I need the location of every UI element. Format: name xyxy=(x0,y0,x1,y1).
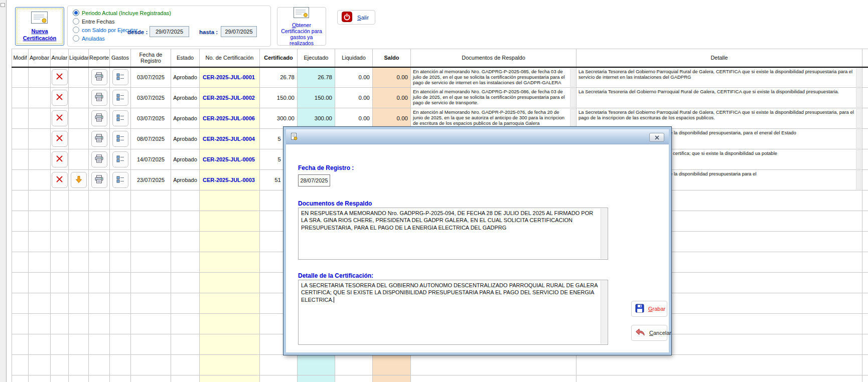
empty-cell xyxy=(51,355,69,375)
empty-cell xyxy=(29,252,51,273)
dialog-titlebar[interactable] xyxy=(286,129,669,144)
liquidar-cell xyxy=(69,108,89,129)
radio-entre-fechas[interactable]: Entre Fechas xyxy=(73,18,114,25)
empty-cell xyxy=(12,232,29,252)
empty-cell xyxy=(576,355,862,375)
hasta-date-input[interactable]: 29/07/2025 xyxy=(221,26,257,37)
cell-scrollbar[interactable] xyxy=(856,170,861,189)
edge-cell xyxy=(862,88,868,108)
reporte-printer-button[interactable] xyxy=(91,131,107,147)
empty-cell xyxy=(862,314,868,334)
column-header: Modif xyxy=(12,49,29,67)
cell-scrollbar[interactable] xyxy=(856,150,861,169)
obtener-certificacion-button[interactable]: Obtener Certificación para gastos ya rea… xyxy=(277,7,326,46)
cell-scrollbar[interactable] xyxy=(856,109,861,128)
fecha-registro-label: Fecha de Registro : xyxy=(298,164,354,171)
empty-cell xyxy=(89,293,110,314)
cell-scrollbar[interactable] xyxy=(570,68,575,87)
cancelar-button[interactable]: Cancelar xyxy=(631,325,667,341)
salir-button[interactable]: Salir xyxy=(337,10,375,25)
panel-splitter-handle[interactable] xyxy=(1,3,5,7)
certificacion-number-link[interactable]: CER-2025-JUL-0004 xyxy=(200,129,260,149)
fecha-registro-input[interactable]: 28/07/2025 xyxy=(298,174,330,186)
cell-scrollbar[interactable] xyxy=(856,129,861,148)
modif-cell xyxy=(12,88,29,108)
anular-cross-button[interactable] xyxy=(52,172,68,188)
empty-cell xyxy=(110,293,131,314)
cell-scrollbar[interactable] xyxy=(856,68,861,87)
grabar-button[interactable]: Grabar xyxy=(631,301,667,317)
empty-cell xyxy=(131,355,171,375)
empty-cell xyxy=(51,190,69,211)
certificacion-number-link[interactable]: CER-2025-JUL-0006 xyxy=(200,108,260,129)
certificacion-number-link[interactable]: CER-2025-JUL-0002 xyxy=(200,88,260,108)
empty-cell xyxy=(131,211,171,232)
anular-cross-button[interactable] xyxy=(52,69,68,85)
gastos-detail-button[interactable] xyxy=(112,172,128,188)
empty-cell xyxy=(171,355,200,375)
gastos-detail-button[interactable] xyxy=(112,151,128,167)
cell-scrollbar[interactable] xyxy=(570,88,575,107)
reporte-cell xyxy=(89,108,110,129)
radio-label: Entre Fechas xyxy=(82,19,114,25)
detalle-certificacion-textarea[interactable]: LA SECRETARIA TESORERA DEL GOBIERNO AUTO… xyxy=(298,280,608,345)
empty-cell xyxy=(200,293,260,314)
gastos-detail-icon xyxy=(116,114,124,123)
empty-cell xyxy=(200,314,260,334)
empty-cell xyxy=(12,293,29,314)
empty-cell xyxy=(260,355,298,375)
certificacion-number-link[interactable]: CER-2025-JUL-0003 xyxy=(200,170,260,190)
empty-cell xyxy=(200,375,260,382)
detalle-cell: La Secretaria Tesoreria del Gobierno Par… xyxy=(576,88,862,108)
certificate-icon xyxy=(293,7,310,21)
gastos-detail-button[interactable] xyxy=(112,90,128,106)
empty-cell xyxy=(89,355,110,375)
collapsed-side-panel[interactable] xyxy=(0,0,7,382)
aprobar-cell xyxy=(29,108,51,129)
reporte-printer-button[interactable] xyxy=(91,172,107,188)
desde-date-input[interactable]: 29/07/2025 xyxy=(150,26,189,37)
reporte-printer-button[interactable] xyxy=(91,110,107,126)
anular-cross-button[interactable] xyxy=(52,131,68,147)
radio-anuladas[interactable]: Anuladas xyxy=(73,35,105,42)
close-icon[interactable] xyxy=(649,133,664,142)
empty-cell xyxy=(862,232,868,252)
anular-cross-button[interactable] xyxy=(52,151,68,167)
reporte-printer-button[interactable] xyxy=(91,90,107,106)
column-header: Aprobar xyxy=(29,49,51,67)
modif-cell xyxy=(12,108,29,129)
edge-cell xyxy=(862,67,868,88)
anular-cross-button[interactable] xyxy=(52,90,68,106)
liquidar-down-arrow-button[interactable] xyxy=(71,172,87,188)
anular-cell xyxy=(51,149,69,170)
radio-periodo-actual[interactable]: Periodo Actual (Incluye Registradas) xyxy=(73,10,171,16)
document-icon xyxy=(290,132,298,141)
empty-cell xyxy=(335,355,373,375)
empty-cell xyxy=(29,190,51,211)
modif-cell xyxy=(12,149,29,170)
gastos-detail-button[interactable] xyxy=(112,110,128,126)
empty-cell xyxy=(862,293,868,314)
gastos-detail-button[interactable] xyxy=(112,131,128,147)
empty-cell xyxy=(110,334,131,355)
modif-cell xyxy=(12,129,29,149)
empty-cell xyxy=(131,375,171,382)
anular-cross-button[interactable] xyxy=(52,110,68,126)
cell-scrollbar[interactable] xyxy=(570,109,575,128)
reporte-printer-icon xyxy=(95,113,103,123)
certificacion-number-link[interactable]: CER-2025-JUL-0005 xyxy=(200,149,260,170)
empty-row xyxy=(12,375,868,382)
column-header: No. de Certificación xyxy=(200,49,260,67)
reporte-printer-button[interactable] xyxy=(91,69,107,85)
textarea-scrollbar[interactable] xyxy=(601,281,607,344)
textarea-scrollbar[interactable] xyxy=(601,209,607,259)
documentos-respaldo-textarea[interactable]: EN RESPUESTA A MEMORANDO Nro. GADPRG-P-2… xyxy=(298,208,608,260)
cell-scrollbar[interactable] xyxy=(856,88,861,107)
gastos-detail-button[interactable] xyxy=(112,69,128,85)
reporte-printer-button[interactable] xyxy=(91,151,107,167)
empty-cell xyxy=(171,211,200,232)
modif-cell xyxy=(12,67,29,88)
nueva-certificacion-button[interactable]: Nueva Certificación xyxy=(15,7,64,46)
column-header: Gastos xyxy=(110,49,131,67)
certificacion-number-link[interactable]: CER-2025-JUL-0001 xyxy=(200,67,260,88)
